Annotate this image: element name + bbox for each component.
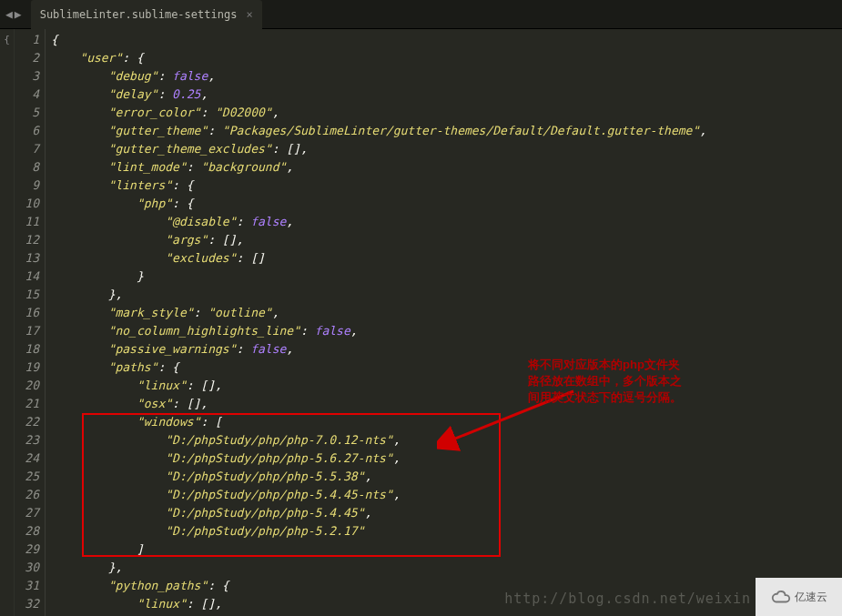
nav-arrows: ◀ ▶ bbox=[0, 7, 27, 21]
line-number: 7 bbox=[15, 140, 39, 158]
logo-text: 亿速云 bbox=[795, 590, 827, 605]
tab-bar: ◀ ▶ SublimeLinter.sublime-settings × bbox=[0, 0, 842, 29]
line-number: 30 bbox=[15, 559, 39, 577]
fold-marker[interactable]: { bbox=[0, 31, 14, 49]
line-number: 13 bbox=[15, 249, 39, 268]
line-number: 25 bbox=[15, 468, 39, 486]
fold-column: { bbox=[0, 29, 15, 616]
file-tab[interactable]: SublimeLinter.sublime-settings × bbox=[31, 0, 262, 29]
line-number: 5 bbox=[15, 104, 39, 122]
line-number: 17 bbox=[15, 322, 39, 340]
line-number: 26 bbox=[15, 486, 39, 504]
line-number: 11 bbox=[15, 213, 39, 231]
back-icon[interactable]: ◀ bbox=[5, 7, 13, 21]
line-number: 14 bbox=[15, 268, 39, 286]
line-number: 20 bbox=[15, 377, 39, 395]
cloud-icon bbox=[771, 587, 791, 607]
line-number: 23 bbox=[15, 431, 39, 449]
line-number: 24 bbox=[15, 449, 39, 468]
line-number: 10 bbox=[15, 195, 39, 213]
line-number: 32 bbox=[15, 595, 39, 613]
line-number: 1 bbox=[15, 31, 39, 49]
line-number: 9 bbox=[15, 177, 39, 195]
line-number: 22 bbox=[15, 413, 39, 431]
watermark-text: http://blog.csdn.net/weixin bbox=[504, 591, 751, 607]
line-number: 6 bbox=[15, 122, 39, 140]
editor: { 1 2 3 4 5 6 7 8 9 10 11 12 13 14 15 16… bbox=[0, 29, 842, 616]
tab-title: SublimeLinter.sublime-settings bbox=[40, 8, 238, 21]
line-number: 29 bbox=[15, 540, 39, 559]
gutter: 1 2 3 4 5 6 7 8 9 10 11 12 13 14 15 16 1… bbox=[15, 29, 46, 616]
line-number: 16 bbox=[15, 304, 39, 322]
line-number: 4 bbox=[15, 86, 39, 104]
line-number: 28 bbox=[15, 522, 39, 540]
line-number: 27 bbox=[15, 504, 39, 522]
annotation-text: 将不同对应版本的php文件夹 路径放在数组中，多个版本之 间用英文状态下的逗号分… bbox=[528, 357, 719, 406]
line-number: 21 bbox=[15, 395, 39, 413]
line-number: 2 bbox=[15, 49, 39, 67]
line-number: 15 bbox=[15, 286, 39, 304]
close-icon[interactable]: × bbox=[246, 8, 252, 21]
line-number: 31 bbox=[15, 577, 39, 595]
code-view[interactable]: { "user": { "debug": false, "delay": 0.2… bbox=[46, 29, 842, 616]
line-number: 19 bbox=[15, 358, 39, 377]
line-number: 8 bbox=[15, 158, 39, 177]
logo-badge: 亿速云 bbox=[756, 578, 842, 616]
line-number: 12 bbox=[15, 231, 39, 249]
forward-icon[interactable]: ▶ bbox=[15, 7, 22, 21]
line-number: 18 bbox=[15, 340, 39, 358]
line-number: 3 bbox=[15, 67, 39, 86]
